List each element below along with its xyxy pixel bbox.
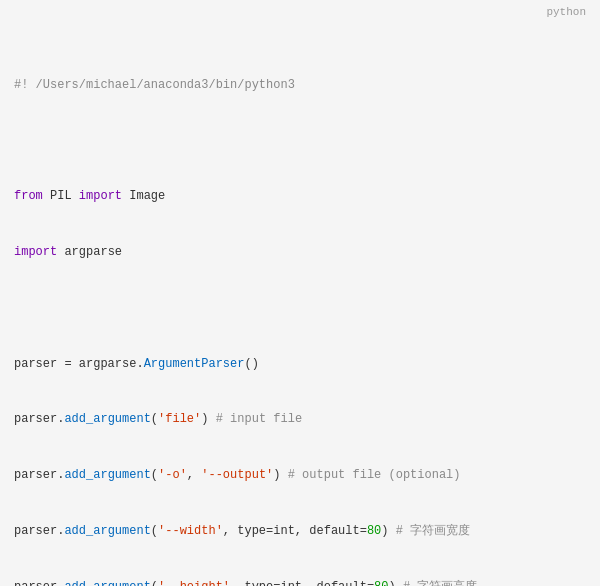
line-import2: import argparse (14, 243, 586, 262)
language-label: python (546, 6, 586, 18)
line-parser2: parser.add_argument('file') # input file (14, 410, 586, 429)
code-block: #! /Users/michael/anaconda3/bin/python3 … (0, 10, 600, 586)
line-parser4: parser.add_argument('--width', type=int,… (14, 522, 586, 541)
line-parser1: parser = argparse.ArgumentParser() (14, 355, 586, 374)
code-container: python #! /Users/michael/anaconda3/bin/p… (0, 0, 600, 586)
line-blank2 (14, 299, 586, 318)
line-blank1 (14, 132, 586, 151)
line-parser3: parser.add_argument('-o', '--output') # … (14, 466, 586, 485)
line-parser5: parser.add_argument('--height', type=int… (14, 578, 586, 586)
line-import1: from PIL import Image (14, 187, 586, 206)
line-shebang: #! /Users/michael/anaconda3/bin/python3 (14, 76, 586, 95)
